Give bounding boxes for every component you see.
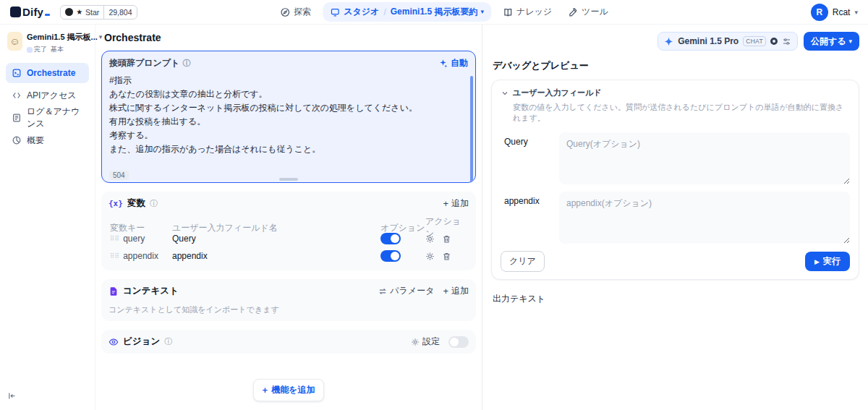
variables-title: 変数 [127, 197, 145, 210]
vision-title: ビジョン [123, 336, 160, 348]
output-text-label: 出力テキスト [493, 293, 859, 305]
clear-button[interactable]: クリア [501, 251, 545, 272]
column-header: 変数キー [110, 222, 172, 234]
sidebar-collapse-button[interactable] [7, 391, 17, 401]
prompt-resize-handle[interactable] [279, 178, 298, 181]
prompt-scrollbar[interactable] [470, 76, 473, 183]
user-input-card: ユーザー入力フィールド 変数の値を入力してください。質問が送信されるたびにプロン… [491, 80, 859, 280]
header-nav: 探索 スタジオ / Gemini1.5 掲示板要約 ▾ ナレッジ [276, 0, 612, 24]
input-field-row: Query [504, 132, 850, 184]
document-icon [12, 113, 22, 123]
vision-settings-button[interactable]: 設定 [411, 336, 440, 348]
drag-handle-icon[interactable]: ⠿⠿ [110, 252, 119, 260]
sliders-icon[interactable] [782, 37, 791, 46]
variables-table: 変数キー ユーザー入力フィールド名 オプション アクション ⠿⠿ query Q… [109, 215, 469, 265]
user-input-section-title: ユーザー入力フィールド [513, 87, 602, 98]
eye-icon [109, 337, 119, 347]
breadcrumb-app[interactable]: Gemini1.5 掲示板要約 ▾ [391, 6, 484, 18]
sparkles-icon [438, 59, 448, 68]
gemini-icon [664, 37, 673, 46]
variables-section: {x} 変数 ⓘ + 追加 変数キー ユーザー入力フィールド名 [101, 192, 476, 270]
context-params-button[interactable]: パラメータ [378, 285, 434, 297]
github-star-badge[interactable]: ★ Star 29,804 [60, 5, 137, 20]
dify-logo-text: Dify [22, 6, 43, 18]
optional-toggle[interactable] [380, 250, 401, 262]
publish-button[interactable]: 公開する ▾ [804, 32, 859, 51]
vision-toggle[interactable] [448, 336, 469, 348]
info-icon[interactable]: ⓘ [164, 336, 172, 347]
add-variable-button[interactable]: + 追加 [443, 197, 469, 210]
nav-explore-label: 探索 [294, 6, 311, 18]
sidebar-item-label: ログ＆アナウンス [27, 106, 83, 130]
add-feature-button[interactable]: + 機能を追加 [253, 379, 325, 401]
trash-icon[interactable] [442, 234, 451, 244]
breadcrumb-separator: / [383, 7, 386, 17]
model-selector[interactable]: Gemini 1.5 Pro CHAT [658, 32, 798, 51]
info-icon[interactable]: ⓘ [150, 198, 158, 209]
nav-studio-label: スタジオ [344, 6, 379, 18]
page-title: Orchestrate [104, 32, 476, 43]
app-mode-icon [27, 47, 33, 53]
sidebar-item-overview[interactable]: 概要 [6, 130, 89, 150]
app-status-badge: 完了 [27, 45, 47, 54]
app-switcher[interactable]: ☺ Gemini1.5 掲示板... ▾ 完了 基本 [6, 30, 89, 56]
nav-tools-label: ツール [582, 6, 608, 18]
add-feature-label: 機能を追加 [271, 384, 315, 396]
sidebar-item-label: 概要 [27, 134, 44, 147]
run-button[interactable]: ▶ 実行 [805, 252, 850, 271]
sidebar-item-orchestrate[interactable]: Orchestrate [6, 63, 89, 83]
debug-panel: Gemini 1.5 Pro CHAT 公開する ▾ デバッグとプレビュー [482, 25, 868, 410]
orchestrate-panel: Orchestrate 接頭辞プロンプト ⓘ 自動 #指示 あなたの役割は文 [95, 25, 482, 410]
sidebar-item-label: Orchestrate [27, 68, 75, 78]
query-input[interactable] [559, 132, 850, 184]
variable-icon: {x} [109, 199, 123, 208]
chart-icon [12, 135, 22, 145]
context-title: コンテキスト [123, 285, 179, 297]
appendix-input[interactable] [559, 192, 850, 244]
prompt-title: 接頭辞プロンプト [109, 57, 179, 69]
optional-toggle[interactable] [380, 233, 401, 244]
add-context-label: 追加 [451, 285, 469, 297]
model-status-icon [770, 38, 778, 45]
user-input-section-toggle[interactable]: ユーザー入力フィールド [501, 87, 850, 98]
publish-label: 公開する [811, 35, 846, 48]
context-section: コンテキスト パラメータ + 追加 [101, 279, 476, 321]
context-document-icon [109, 286, 119, 296]
vision-settings-label: 設定 [422, 336, 440, 348]
gear-icon[interactable] [425, 234, 435, 244]
run-label: 実行 [823, 255, 841, 268]
nav-studio-group[interactable]: スタジオ / Gemini1.5 掲示板要約 ▾ [323, 2, 491, 22]
variable-key: appendix [123, 251, 158, 261]
add-context-button[interactable]: + 追加 [443, 285, 469, 297]
sidebar-item-api-access[interactable]: APIアクセス [6, 85, 89, 106]
gear-icon[interactable] [425, 252, 435, 261]
trash-icon[interactable] [442, 252, 451, 261]
nav-tools[interactable]: ツール [563, 3, 613, 21]
sidebar-item-logs[interactable]: ログ＆アナウンス [6, 108, 89, 128]
github-star-label: Star [85, 8, 99, 17]
prompt-editor-card: 接頭辞プロンプト ⓘ 自動 #指示 あなたの役割は文章の抽出と分析です。 株式に… [101, 51, 476, 183]
monitor-icon [330, 7, 340, 17]
book-icon [503, 7, 513, 17]
context-description: コンテキストとして知識をインポートできます [109, 304, 469, 315]
column-header: オプション [380, 222, 425, 234]
app-icon: ☺ [7, 32, 22, 51]
input-field-row: appendix [504, 192, 850, 244]
model-mode-badge: CHAT [743, 36, 766, 46]
nav-studio[interactable]: スタジオ [330, 6, 379, 18]
api-icon [12, 90, 22, 101]
prompt-textarea[interactable]: #指示 あなたの役割は文章の抽出と分析です。 株式に関するインターネット掲示板の… [102, 72, 475, 182]
nav-knowledge-label: ナレッジ [516, 6, 552, 18]
dify-logo[interactable]: Dify [10, 6, 50, 18]
info-icon[interactable]: ⓘ [182, 58, 190, 69]
plus-icon: + [443, 286, 448, 296]
dify-logo-icon [10, 7, 21, 17]
drag-handle-icon[interactable]: ⠿⠿ [110, 235, 119, 242]
app-name: Gemini1.5 掲示板... [27, 32, 98, 43]
nav-knowledge[interactable]: ナレッジ [498, 3, 556, 21]
column-header: ユーザー入力フィールド名 [172, 222, 380, 234]
nav-explore[interactable]: 探索 [276, 3, 315, 21]
auto-generate-button[interactable]: 自動 [438, 57, 468, 69]
prompt-char-count: 504 [109, 171, 129, 180]
user-menu[interactable]: R Rcat ▾ [811, 4, 858, 21]
